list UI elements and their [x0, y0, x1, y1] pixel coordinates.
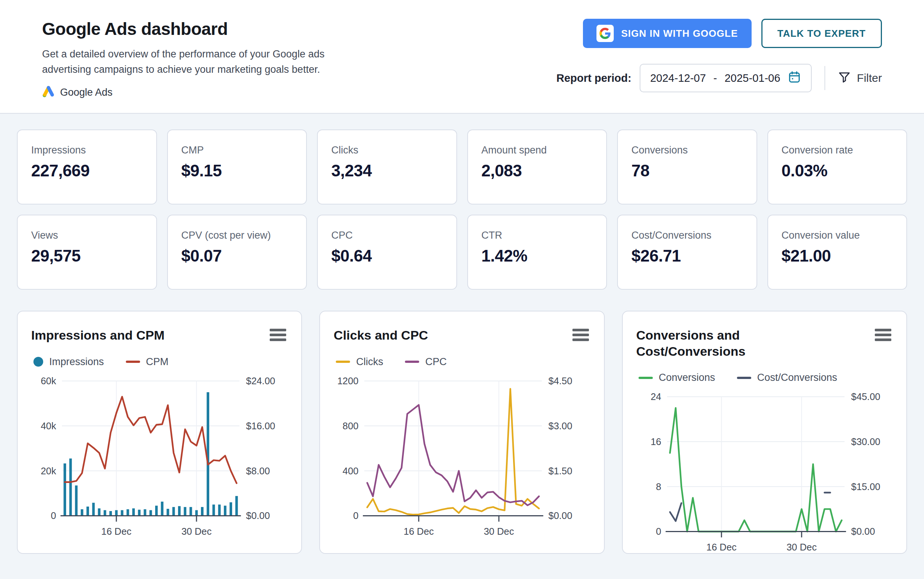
kpi-value: $21.00	[782, 247, 893, 265]
kpi-value: $26.71	[632, 247, 743, 265]
svg-text:$4.50: $4.50	[548, 376, 573, 386]
google-ads-logo-icon	[42, 85, 55, 100]
kpi-card-cpc: CPC $0.64	[317, 215, 457, 290]
svg-text:$8.00: $8.00	[246, 465, 270, 476]
menu-icon[interactable]	[873, 327, 893, 343]
kpi-value: 29,575	[31, 247, 143, 265]
kpi-card-conversion-rate: Conversion rate 0.03%	[767, 129, 908, 204]
legend-item: Conversions	[638, 372, 715, 383]
menu-icon[interactable]	[571, 327, 591, 343]
kpi-label: Conversion value	[782, 230, 893, 241]
kpi-row-2: Views 29,575 CPV (cost per view) $0.07 C…	[0, 204, 924, 290]
kpi-label: CPV (cost per view)	[181, 230, 293, 241]
chart-title: Impressions and CPM	[31, 327, 164, 343]
legend-label: Conversions	[659, 372, 715, 383]
chart-card-conversions-cost: Conversions and Cost/Conversions Convers…	[622, 311, 907, 554]
svg-text:$0.00: $0.00	[246, 510, 270, 521]
sign-in-with-google-button[interactable]: SIGN IN WITH GOOGLE	[583, 19, 752, 48]
talk-to-expert-button[interactable]: TALK TO EXPERT	[762, 19, 882, 48]
date-end: 2025-01-06	[725, 72, 780, 84]
clicks-cpc-chart: 16 Dec30 Dec12008004000$4.50$3.00$1.50$0…	[333, 370, 590, 545]
svg-text:$0.00: $0.00	[548, 510, 573, 521]
page-header: Google Ads dashboard Get a detailed over…	[0, 0, 924, 114]
svg-text:0: 0	[51, 510, 56, 521]
header-buttons: SIGN IN WITH GOOGLE TALK TO EXPERT	[583, 19, 882, 48]
svg-text:30 Dec: 30 Dec	[786, 542, 817, 552]
kpi-value: $0.64	[331, 247, 443, 265]
chart-legend: Impressions CPM	[33, 356, 288, 368]
kpi-card-cpv: CPV (cost per view) $0.07	[167, 215, 307, 290]
kpi-label: Conversions	[632, 144, 743, 156]
svg-text:$16.00: $16.00	[246, 420, 275, 431]
report-period-row: Report period: 2024-12-07 - 2025-01-06	[556, 64, 882, 92]
kpi-value: 2,083	[481, 161, 593, 180]
svg-text:16 Dec: 16 Dec	[102, 526, 132, 536]
kpi-label: CTR	[481, 230, 593, 241]
legend-swatch-cpc	[405, 361, 419, 363]
kpi-card-cost-conversions: Cost/Conversions $26.71	[617, 215, 757, 290]
legend-swatch-clicks	[336, 361, 350, 363]
kpi-label: Impressions	[31, 144, 143, 156]
vertical-divider	[824, 66, 825, 90]
kpi-label: Clicks	[331, 144, 443, 156]
kpi-value: 0.03%	[782, 161, 893, 180]
legend-label: Impressions	[49, 356, 104, 368]
page-title: Google Ads dashboard	[42, 19, 350, 39]
svg-text:1200: 1200	[337, 376, 358, 386]
chart-legend: Clicks CPC	[336, 356, 590, 368]
chart-header: Clicks and CPC	[333, 327, 590, 343]
kpi-card-ctr: CTR 1.42%	[467, 215, 607, 290]
kpi-card-impressions: Impressions 227,669	[17, 129, 157, 204]
menu-icon[interactable]	[268, 327, 288, 343]
legend-swatch-cpm	[126, 361, 140, 363]
conversions-cost-chart: 16 Dec30 Dec241680$45.00$30.00$15.00$0.0…	[636, 386, 893, 559]
kpi-label: CPC	[331, 230, 443, 241]
kpi-card-cmp: CMP $9.15	[167, 129, 307, 204]
kpi-value: $0.07	[181, 247, 293, 265]
kpi-value: 78	[632, 161, 743, 180]
svg-text:16 Dec: 16 Dec	[404, 526, 434, 536]
kpi-value: 1.42%	[481, 247, 593, 265]
kpi-value: 227,669	[31, 161, 143, 180]
chart-legend: Conversions Cost/Conversions	[638, 372, 893, 383]
legend-label: CPC	[425, 356, 446, 368]
svg-text:16 Dec: 16 Dec	[706, 542, 737, 552]
legend-swatch-conversions	[638, 377, 653, 379]
google-g-icon	[596, 25, 614, 42]
svg-text:40k: 40k	[41, 420, 56, 431]
kpi-value: 3,234	[331, 161, 443, 180]
chart-card-clicks-cpc: Clicks and CPC Clicks CPC 16 Dec30 Dec12…	[319, 311, 604, 554]
date-range-picker[interactable]: 2024-12-07 - 2025-01-06	[640, 64, 812, 92]
legend-swatch-cost-conversions	[737, 377, 751, 379]
svg-text:800: 800	[343, 420, 358, 431]
legend-item: CPC	[405, 356, 446, 368]
svg-text:$1.50: $1.50	[548, 465, 573, 476]
kpi-label: Views	[31, 230, 143, 241]
svg-text:20k: 20k	[41, 465, 56, 476]
svg-text:0: 0	[353, 510, 359, 521]
svg-text:$3.00: $3.00	[548, 420, 573, 431]
svg-text:0: 0	[656, 526, 661, 536]
svg-text:$0.00: $0.00	[851, 526, 875, 536]
funnel-icon	[838, 70, 851, 86]
filter-button[interactable]: Filter	[838, 70, 882, 86]
legend-swatch-impressions	[33, 357, 43, 366]
kpi-card-conversion-value: Conversion value $21.00	[767, 215, 908, 290]
kpi-label: Amount spend	[481, 144, 593, 156]
google-ads-logo-row: Google Ads	[42, 85, 350, 100]
svg-text:60k: 60k	[41, 376, 56, 386]
legend-label: Clicks	[356, 356, 383, 368]
kpi-row-1: Impressions 227,669 CMP $9.15 Clicks 3,2…	[0, 114, 924, 204]
legend-label: CPM	[146, 356, 169, 368]
svg-text:$45.00: $45.00	[851, 391, 880, 402]
calendar-icon[interactable]	[788, 70, 801, 86]
kpi-label: Cost/Conversions	[632, 230, 743, 241]
legend-item: Impressions	[33, 356, 104, 368]
charts-row: Impressions and CPM Impressions CPM 16 D…	[0, 290, 924, 554]
filter-label: Filter	[857, 72, 882, 84]
legend-item: CPM	[126, 356, 169, 368]
svg-text:400: 400	[343, 465, 358, 476]
svg-text:$30.00: $30.00	[851, 437, 880, 447]
kpi-card-amount-spend: Amount spend 2,083	[467, 129, 607, 204]
header-left: Google Ads dashboard Get a detailed over…	[42, 19, 350, 113]
